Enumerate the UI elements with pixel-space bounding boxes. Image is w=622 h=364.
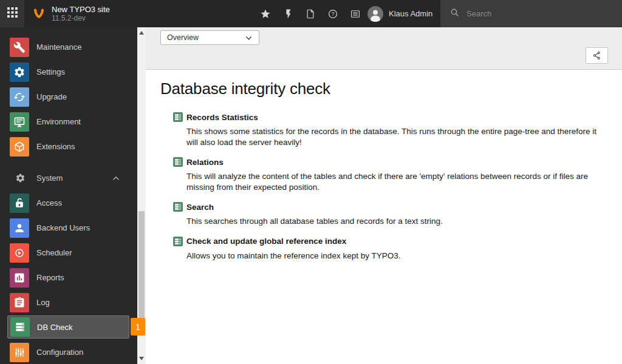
svg-text:?: ?	[331, 12, 334, 17]
sidebar-scrollbar[interactable]	[137, 27, 146, 364]
brand-text: New TYPO3 site 11.5.2-dev	[52, 5, 110, 22]
chevron-up-icon	[112, 174, 120, 183]
sidebar-item-settings[interactable]: Settings	[0, 59, 146, 84]
scrollbar-thumb[interactable]	[138, 211, 145, 332]
wrench-icon	[10, 38, 29, 57]
check-item-title[interactable]: Check and update global reference index	[186, 237, 346, 246]
page-title: Database integrity check	[160, 79, 607, 98]
cube-icon	[10, 137, 29, 157]
star-icon	[260, 8, 271, 19]
list-panel-icon	[350, 8, 361, 19]
sidebar-item-scheduler[interactable]: Scheduler	[0, 240, 146, 265]
bolt-icon	[282, 8, 293, 19]
clear-cache-button[interactable]	[276, 0, 299, 27]
database-table-icon	[173, 112, 183, 122]
sidebar-item-label: Reports	[36, 273, 64, 282]
monitor-icon	[10, 112, 29, 132]
list-item: Relations This will analyze the content …	[173, 157, 607, 192]
check-item-description: Allows you to maintain the reference ind…	[186, 251, 607, 261]
sidebar-item-access[interactable]: Access	[0, 190, 146, 215]
typo3-logo-icon	[32, 6, 46, 22]
check-item-title[interactable]: Search	[186, 203, 214, 212]
database-table-icon	[173, 237, 183, 246]
function-dropdown[interactable]: Overview	[160, 30, 259, 45]
function-dropdown-value: Overview	[167, 33, 199, 42]
sidebar-item-label: Extensions	[36, 142, 75, 151]
top-bar: New TYPO3 site 11.5.2-dev ?	[0, 0, 622, 27]
database-table-icon	[173, 202, 183, 212]
module-body: Database integrity check Records Statist…	[146, 70, 622, 261]
search-icon	[449, 7, 460, 20]
doc-header: Overview	[146, 27, 622, 70]
chevron-down-icon	[245, 34, 253, 42]
check-item-description: This will analyze the content of the tab…	[186, 171, 607, 192]
check-list: Records Statistics This shows some stati…	[173, 112, 607, 261]
check-item-title[interactable]: Records Statistics	[186, 113, 258, 122]
sidebar-item-maintenance[interactable]: Maintenance	[0, 35, 146, 59]
typo3-version: 11.5.2-dev	[52, 14, 110, 22]
list-item: Check and update global reference index …	[173, 237, 607, 261]
share-button[interactable]	[586, 47, 608, 64]
refresh-icon	[10, 87, 29, 107]
check-item-description: This shows some statistics for the recor…	[186, 126, 607, 147]
avatar	[367, 6, 383, 22]
scroll-down-arrow-icon[interactable]	[139, 357, 144, 360]
chart-doc-icon	[10, 268, 29, 288]
sliders-icon	[10, 343, 29, 362]
sidebar-section-system[interactable]: System	[0, 166, 146, 190]
sidebar-item-environment[interactable]: Environment	[0, 109, 146, 134]
sidebar-item-label: Settings	[36, 67, 65, 76]
module-menu: Maintenance Settings Upgrade Environment…	[0, 27, 146, 364]
systeminfo-button[interactable]	[344, 0, 366, 27]
app-grid-icon	[7, 7, 18, 20]
sidebar-item-upgrade[interactable]: Upgrade	[0, 84, 146, 109]
db-check-badge: 1	[131, 318, 145, 335]
search-area	[440, 0, 622, 27]
list-item: Records Statistics This shows some stati…	[173, 112, 607, 147]
sidebar-item-log[interactable]: Log	[0, 290, 146, 315]
sidebar-item-backend-users[interactable]: Backend Users	[0, 215, 146, 240]
sidebar-item-label: Configuration	[36, 348, 83, 357]
database-table-icon	[173, 157, 183, 167]
sidebar-item-reports[interactable]: Reports	[0, 265, 146, 290]
sidebar-section-label: System	[36, 174, 63, 183]
site-title: New TYPO3 site	[52, 5, 110, 14]
bookmarks-button[interactable]	[254, 0, 276, 27]
content-area: Overview Database integrity check Record…	[146, 27, 622, 364]
sidebar-item-label: Log	[36, 298, 50, 307]
sidebar-item-label: Maintenance	[36, 42, 81, 52]
user-name: Klaus Admin	[389, 9, 432, 18]
shortcuts-button[interactable]	[299, 0, 321, 27]
help-button[interactable]: ?	[321, 0, 344, 27]
sidebar-item-configuration[interactable]: Configuration	[0, 340, 146, 364]
sidebar-item-label: Scheduler	[36, 248, 72, 257]
app-grid-button[interactable]	[0, 0, 24, 27]
sidebar-item-label: Environment	[36, 117, 81, 126]
sidebar-item-extensions[interactable]: Extensions	[0, 134, 146, 159]
document-icon	[305, 8, 316, 19]
scroll-up-arrow-icon[interactable]	[139, 31, 144, 35]
gear-icon	[10, 62, 29, 82]
check-item-description: This searches through all database table…	[186, 216, 607, 227]
sidebar-item-label: Backend Users	[36, 223, 90, 232]
user-menu[interactable]: Klaus Admin	[367, 0, 432, 27]
sidebar-item-label: Upgrade	[36, 92, 67, 101]
clipboard-icon	[10, 293, 29, 312]
user-icon	[10, 218, 29, 238]
search-input[interactable]	[466, 9, 600, 18]
unlock-icon	[10, 194, 29, 213]
gear-outline-icon	[15, 173, 26, 183]
database-icon	[10, 317, 30, 337]
brand[interactable]: New TYPO3 site 11.5.2-dev	[32, 0, 110, 27]
list-item: Search This searches through all databas…	[173, 202, 607, 227]
sidebar-item-db-check[interactable]: DB Check	[7, 315, 129, 339]
sidebar-item-label: DB Check	[37, 323, 73, 332]
check-item-title[interactable]: Relations	[186, 158, 224, 167]
toolbar: ?	[254, 0, 366, 27]
sidebar-item-label: Access	[36, 198, 62, 207]
share-icon	[592, 51, 601, 60]
help-icon: ?	[327, 8, 338, 19]
play-circle-icon	[10, 243, 29, 263]
